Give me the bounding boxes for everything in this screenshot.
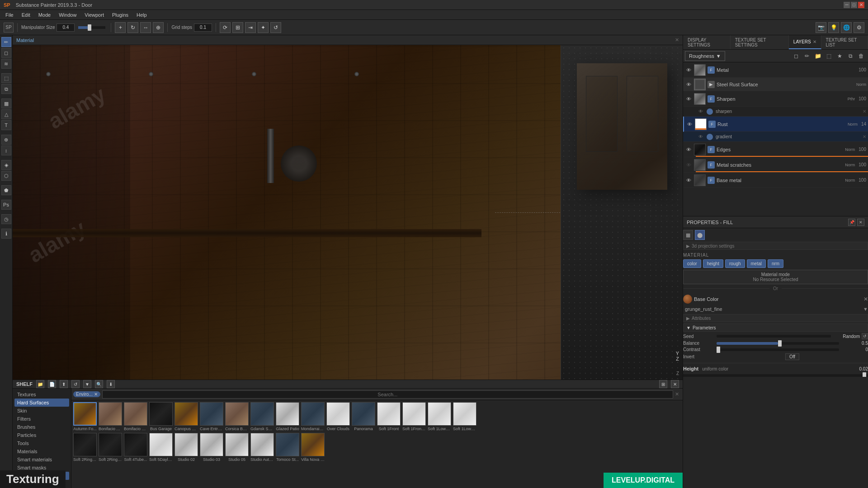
base-color-close-btn[interactable]: ✕ bbox=[863, 296, 868, 302]
info-tool[interactable]: ℹ bbox=[1, 229, 11, 239]
rotate-tool-btn[interactable]: ↻ bbox=[127, 22, 138, 33]
param-seed-slider[interactable] bbox=[717, 335, 831, 338]
layer-add-effect-btn[interactable]: ★ bbox=[835, 51, 844, 61]
layer-edges-visibility[interactable]: 👁 bbox=[685, 146, 692, 153]
move-tool-btn[interactable]: + bbox=[115, 22, 126, 33]
scale-tool-btn[interactable]: ↔ bbox=[140, 22, 151, 33]
minimize-button[interactable]: ─ bbox=[844, 2, 850, 8]
shelf-env-item-0[interactable]: Autumn Fo... bbox=[73, 402, 97, 431]
shelf-search-icon-btn[interactable]: 🔍 bbox=[95, 380, 103, 388]
clone-tool[interactable]: ⧉ bbox=[1, 84, 11, 94]
eyedropper-tool[interactable]: ⊕ bbox=[1, 135, 11, 145]
base-color-expand-icon[interactable]: ▼ bbox=[863, 306, 868, 312]
align-btn[interactable]: ⊞ bbox=[232, 22, 243, 33]
channel-metal[interactable]: metal bbox=[747, 259, 766, 268]
tab-texture-set-settings[interactable]: TEXTURE SET SETTINGS bbox=[731, 35, 789, 49]
transform-tool-btn[interactable]: ⊕ bbox=[153, 22, 164, 33]
shelf-env-item-r2-5[interactable]: Studio 03 bbox=[200, 433, 223, 462]
attributes-row[interactable]: ▶ Attributes bbox=[683, 314, 868, 322]
tab-display-settings[interactable]: DISPLAY SETTINGS bbox=[683, 35, 731, 49]
shelf-filter-btn[interactable]: ▼ bbox=[83, 380, 91, 388]
light-btn[interactable]: 💡 bbox=[828, 22, 839, 33]
layer-edges[interactable]: 👁 F Edges Norm 100 bbox=[683, 142, 868, 157]
sub-sharpen-visibility[interactable]: 👁 bbox=[698, 108, 704, 115]
settings-btn[interactable]: ⚙ bbox=[854, 22, 864, 33]
shelf-env-item-r2-1[interactable]: Soft 2RingL... bbox=[99, 433, 122, 462]
shelf-env-item-1[interactable]: Bonifacio A... bbox=[99, 402, 122, 431]
grid-steps-input[interactable] bbox=[194, 23, 212, 32]
menu-plugins[interactable]: Plugins bbox=[108, 11, 132, 19]
prop-fill-icon[interactable]: ▦ bbox=[683, 230, 693, 240]
shelf-cat-textures[interactable]: Textures bbox=[14, 390, 69, 399]
smudge-tool[interactable]: ≋ bbox=[1, 59, 11, 69]
channel-color[interactable]: color bbox=[683, 259, 701, 268]
magnet-btn[interactable]: ✦ bbox=[258, 22, 269, 33]
height-slider[interactable] bbox=[683, 374, 868, 377]
shelf-env-item-r2-9[interactable]: Villa Nova S... bbox=[301, 433, 325, 462]
rotate-btn[interactable]: ⟳ bbox=[220, 22, 231, 33]
shelf-env-item-14[interactable]: Soft 1LowC... bbox=[428, 402, 451, 431]
layer-rust[interactable]: 👁 F Rust Norm 14 bbox=[683, 117, 868, 132]
photoshop-tool[interactable]: Ps bbox=[1, 200, 11, 210]
shelf-folder-btn[interactable]: 📁 bbox=[36, 380, 44, 388]
shelf-cat-tools[interactable]: Tools bbox=[14, 439, 69, 447]
layer-sharpen-visibility[interactable]: 👁 bbox=[685, 95, 692, 103]
viewport-tab-close[interactable]: ✕ bbox=[675, 37, 679, 43]
layer-base-metal[interactable]: 👁 F Base metal Norm 100 bbox=[683, 173, 868, 188]
shelf-env-item-r2-2[interactable]: Soft 4Tube... bbox=[124, 433, 147, 462]
channel-rough[interactable]: rough bbox=[725, 259, 745, 268]
shelf-cat-hard-surfaces[interactable]: Hard Surfaces bbox=[14, 399, 69, 407]
shelf-close-btn[interactable]: ✕ bbox=[671, 380, 679, 388]
viewport-tab-material[interactable]: Material bbox=[16, 38, 34, 43]
layer-scratches-visibility[interactable]: 👁 bbox=[685, 161, 692, 169]
menu-window[interactable]: Window bbox=[55, 11, 80, 19]
param-invert-btn[interactable]: Off bbox=[785, 353, 799, 360]
selection-tool[interactable]: ⬚ bbox=[1, 73, 11, 83]
shelf-env-item-2[interactable]: Bonifacio St... bbox=[124, 402, 147, 431]
shelf-search-input[interactable] bbox=[102, 390, 673, 399]
paint-tool[interactable]: ✏ bbox=[1, 37, 11, 47]
shelf-cat-particles[interactable]: Particles bbox=[14, 431, 69, 439]
manipulator-size-input[interactable] bbox=[57, 23, 75, 32]
3d-projection-settings-row[interactable]: ▶ 3d projection settings bbox=[683, 242, 868, 250]
layer-base-visibility[interactable]: 👁 bbox=[685, 177, 692, 184]
text-tool[interactable]: T bbox=[1, 120, 11, 130]
shelf-env-item-5[interactable]: Cave Entry ... bbox=[200, 402, 223, 431]
shelf-new-btn[interactable]: 📄 bbox=[48, 380, 56, 388]
reset-btn[interactable]: ↺ bbox=[270, 22, 281, 33]
menu-help[interactable]: Help bbox=[133, 11, 151, 19]
manipulator-slider[interactable] bbox=[78, 26, 105, 29]
properties-pin-btn[interactable]: 📌 bbox=[848, 219, 855, 226]
layer-add-fill-btn[interactable]: ◻ bbox=[791, 51, 801, 61]
shelf-env-item-r2-3[interactable]: Soft 5Daylig... bbox=[149, 433, 173, 462]
shelf-cat-skin[interactable]: Skin bbox=[14, 407, 69, 415]
shelf-cat-filters[interactable]: Filters bbox=[14, 415, 69, 423]
layer-add-group-btn[interactable]: 📁 bbox=[813, 51, 823, 61]
shelf-env-item-r2-0[interactable]: Soft 2RingH... bbox=[73, 433, 97, 462]
shelf-import-btn[interactable]: ⬆ bbox=[60, 380, 68, 388]
channel-nrm[interactable]: nrm bbox=[768, 259, 783, 268]
shelf-env-item-r2-4[interactable]: Studio 02 bbox=[175, 433, 198, 462]
shelf-env-item-9[interactable]: Mondarrain 3 bbox=[301, 402, 325, 431]
properties-close-btn[interactable]: ✕ bbox=[857, 219, 864, 226]
shelf-refresh-btn[interactable]: ↺ bbox=[71, 380, 80, 388]
layer-steel-visibility[interactable]: 👁 bbox=[685, 81, 692, 88]
shelf-cat-smart-materials[interactable]: Smart materials bbox=[14, 455, 69, 464]
layer-metal[interactable]: 👁 F Metal 100 bbox=[683, 62, 868, 78]
filter-tag-enviro[interactable]: Enviro... ✕ bbox=[73, 391, 100, 397]
search-clear-btn[interactable]: ✕ bbox=[675, 391, 679, 397]
shelf-env-item-7[interactable]: Gdansk Shi... bbox=[250, 402, 274, 431]
viewport-3d-inner[interactable] bbox=[561, 45, 683, 380]
layer-delete-btn[interactable]: 🗑 bbox=[856, 51, 866, 61]
param-balance-slider[interactable] bbox=[717, 342, 839, 345]
layer-metal-scratches[interactable]: 👁 F Metal scratches Norm 100 bbox=[683, 157, 868, 173]
filter-tag-close[interactable]: ✕ bbox=[94, 392, 98, 397]
layer-add-paint-btn[interactable]: ✏ bbox=[802, 51, 812, 61]
roughness-dropdown[interactable]: Roughness ▼ bbox=[685, 51, 725, 61]
layer-metal-visibility[interactable]: 👁 bbox=[685, 66, 692, 74]
tab-layers[interactable]: LAYERS ✕ bbox=[789, 35, 821, 49]
shelf-export-btn[interactable]: ⬇ bbox=[107, 380, 115, 388]
layers-tab-close[interactable]: ✕ bbox=[813, 39, 816, 44]
measure-tool[interactable]: ↕ bbox=[1, 145, 11, 155]
sub-gradient-visibility[interactable]: 👁 bbox=[698, 134, 704, 140]
